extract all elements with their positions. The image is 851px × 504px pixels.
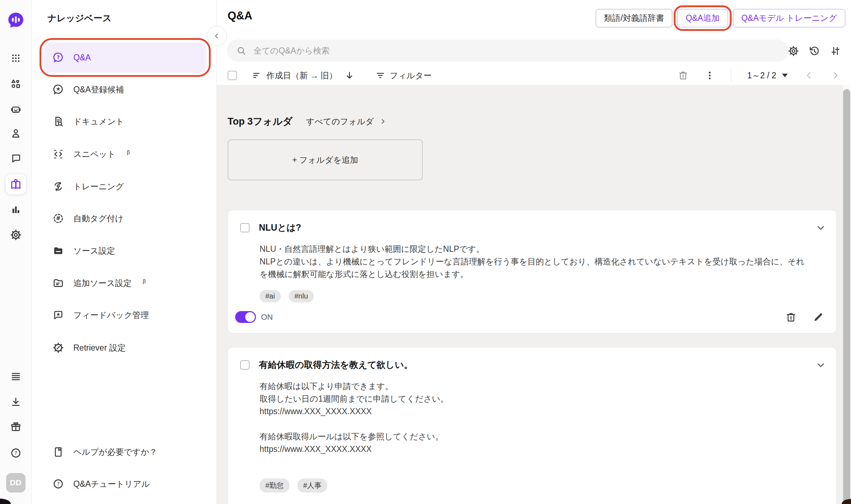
svg-text:?: ? xyxy=(57,481,59,487)
list-toolbar: 作成日（新 → 旧） フィルター xyxy=(228,67,841,84)
sidebar-collapse-button[interactable] xyxy=(207,26,227,46)
all-folders-link[interactable]: すべてのフォルダ xyxy=(306,116,387,127)
robot-icon[interactable] xyxy=(10,103,22,115)
chevron-down-icon[interactable] xyxy=(815,360,826,370)
chevron-right-icon xyxy=(379,117,387,125)
sidebar-item-qa-candidates[interactable]: Q&A登録候補 xyxy=(44,79,206,100)
sidebar-item-documents[interactable]: ドキュメント xyxy=(44,111,206,132)
sidebar-item-label: トレーニング xyxy=(73,181,124,192)
sidebar-item-source-settings[interactable]: ソース設定 xyxy=(44,240,206,262)
card-checkbox[interactable] xyxy=(240,223,250,232)
kebab-menu-icon[interactable] xyxy=(704,70,715,81)
qa-add-button[interactable]: Q&A追加 xyxy=(677,9,728,27)
sidebar-item-feedback[interactable]: フィードバック管理 xyxy=(44,304,206,326)
card-checkbox[interactable] xyxy=(240,360,250,370)
select-all-checkbox[interactable] xyxy=(228,71,237,80)
person-icon[interactable] xyxy=(10,128,22,139)
sidebar-item-qa[interactable]: ? Q&A xyxy=(44,42,206,73)
sidebar-item-retriever-settings[interactable]: Retriever 設定 xyxy=(44,337,206,359)
qa-card: 有給休暇の取得方法を教えて欲しい。 有給休暇は以下より申請できます。 取得したい… xyxy=(228,347,837,504)
sidebar-item-label: Retriever 設定 xyxy=(73,342,126,353)
shapes-icon[interactable] xyxy=(10,78,22,89)
sidebar-item-label: ドキュメント xyxy=(73,116,124,127)
chevron-right-icon[interactable] xyxy=(830,70,841,81)
card-answer-text: 有給休暇は以下より申請できます。 取得したい日の1週間前までに申請してください。… xyxy=(228,371,836,456)
tag-list: #勤怠 #人事 xyxy=(228,456,836,493)
sort-icon xyxy=(252,70,262,80)
tag[interactable]: #人事 xyxy=(297,478,327,493)
sidebar-item-label: ソース設定 xyxy=(73,245,115,256)
sidebar-item-label: フィードバック管理 xyxy=(73,310,149,321)
sidebar-item-label: スニペット xyxy=(73,149,116,160)
sort-label: 作成日（新 → 旧） xyxy=(266,70,337,81)
card-answer-text: NLU・自然言語理解とはより狭い範囲に限定したNLPです。 NLPとの違いは、よ… xyxy=(228,233,836,281)
sort-control[interactable]: 作成日（新 → 旧） xyxy=(252,70,354,81)
sidebar-item-label: Q&A xyxy=(73,53,91,63)
toggle-state-label: ON xyxy=(261,313,273,322)
download-icon[interactable] xyxy=(10,396,22,408)
pagination-control[interactable]: 1～2 / 2 xyxy=(747,70,788,81)
search-bar[interactable] xyxy=(227,40,788,62)
beta-badge: β xyxy=(127,149,130,155)
search-settings-icon[interactable] xyxy=(788,45,799,57)
tag[interactable]: #nlu xyxy=(289,290,314,302)
history-icon[interactable] xyxy=(809,45,820,57)
beta-badge: β xyxy=(143,278,146,284)
sidebar-item-label: Q&A登録候補 xyxy=(73,84,124,95)
search-input[interactable] xyxy=(253,46,779,56)
sidebar-item-label: Q&Aチュートリアル xyxy=(73,478,150,490)
grid-apps-icon[interactable] xyxy=(10,52,22,64)
delete-icon[interactable] xyxy=(785,311,797,323)
filter-label: フィルター xyxy=(390,70,432,81)
svg-text:#: # xyxy=(56,215,61,222)
chat-icon[interactable] xyxy=(10,153,22,164)
card-title: 有給休暇の取得方法を教えて欲しい。 xyxy=(259,359,413,371)
chevron-down-icon[interactable] xyxy=(815,222,826,233)
menu-icon[interactable] xyxy=(10,371,22,383)
sidebar-item-label: 自動タグ付け xyxy=(73,213,124,224)
svg-text:?: ? xyxy=(57,54,60,60)
sidebar-item-autotag[interactable]: # 自動タグ付け xyxy=(44,208,206,229)
header-buttons: 類語/対義語辞書 Q&A追加 Q&Aモデル トレーニング xyxy=(596,9,845,27)
search-side-icons xyxy=(788,45,841,57)
icon-rail: ? DD xyxy=(0,0,32,504)
chart-icon[interactable] xyxy=(10,204,22,216)
sidebar: ナレッジベース ? Q&A Q&A登録候補 ドキュメント スニペットβ xyxy=(32,0,217,504)
sidebar-item-help[interactable]: ヘルプが必要ですか？ xyxy=(44,441,206,463)
trash-icon[interactable] xyxy=(678,70,688,81)
scrollbar-thumb[interactable] xyxy=(843,89,850,503)
tag-list: #ai #nlu xyxy=(228,281,836,302)
toolbar-divider xyxy=(731,69,731,82)
tag[interactable]: #勤怠 xyxy=(260,478,289,493)
sidebar-item-training[interactable]: トレーニング xyxy=(44,176,206,197)
gift-icon[interactable] xyxy=(10,421,22,433)
settings-icon[interactable] xyxy=(10,229,22,241)
sidebar-item-additional-source-settings[interactable]: 追加ソース設定β xyxy=(44,272,206,294)
help-icon[interactable]: ? xyxy=(10,447,22,459)
knowledge-base-icon[interactable] xyxy=(6,174,26,194)
pagination-caret-icon xyxy=(782,74,788,77)
all-folders-label: すべてのフォルダ xyxy=(306,116,374,127)
add-folder-button[interactable]: + フォルダを追加 xyxy=(228,139,423,180)
edit-pencil-icon[interactable] xyxy=(813,311,824,323)
sidebar-item-snippets[interactable]: スニペットβ xyxy=(44,143,206,165)
tag[interactable]: #ai xyxy=(260,290,281,302)
filter-icon xyxy=(375,70,385,80)
qa-model-training-button[interactable]: Q&Aモデル トレーニング xyxy=(733,9,845,27)
filter-control[interactable]: フィルター xyxy=(375,70,432,81)
content-area: Top 3フォルダ すべてのフォルダ + フォルダを追加 NLUとは? NLU・… xyxy=(217,85,851,504)
user-avatar[interactable]: DD xyxy=(6,473,26,493)
chevron-left-icon[interactable] xyxy=(804,70,814,81)
sidebar-item-label: 追加ソース設定 xyxy=(73,278,132,289)
main-area: Q&A 類語/対義語辞書 Q&A追加 Q&Aモデル トレーニング xyxy=(217,0,851,504)
search-icon xyxy=(236,46,246,56)
svg-text:?: ? xyxy=(14,450,17,456)
tune-icon[interactable] xyxy=(829,45,841,57)
page-title: Q&A xyxy=(228,9,252,22)
thesaurus-dictionary-button[interactable]: 類語/対義語辞書 xyxy=(596,9,672,27)
app-logo[interactable] xyxy=(7,11,25,29)
sidebar-item-qa-tutorial[interactable]: ? Q&Aチュートリアル xyxy=(44,473,206,495)
folders-heading: Top 3フォルダ xyxy=(228,115,293,128)
pagination-label: 1～2 / 2 xyxy=(747,70,776,81)
qa-enabled-toggle[interactable] xyxy=(235,311,256,323)
